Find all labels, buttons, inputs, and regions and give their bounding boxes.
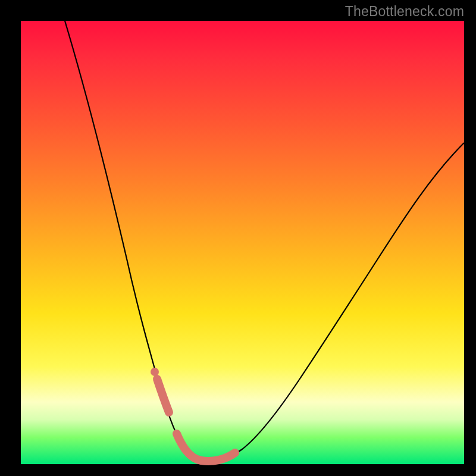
plot-area xyxy=(21,21,464,464)
highlight-segment-left xyxy=(157,379,169,412)
bottleneck-curve xyxy=(65,21,464,461)
highlight-dot xyxy=(151,368,159,376)
highlight-segment-valley xyxy=(177,434,235,461)
watermark-text: TheBottleneck.com xyxy=(345,4,464,20)
chart-frame: TheBottleneck.com xyxy=(0,0,476,476)
curve-layer xyxy=(21,21,464,464)
